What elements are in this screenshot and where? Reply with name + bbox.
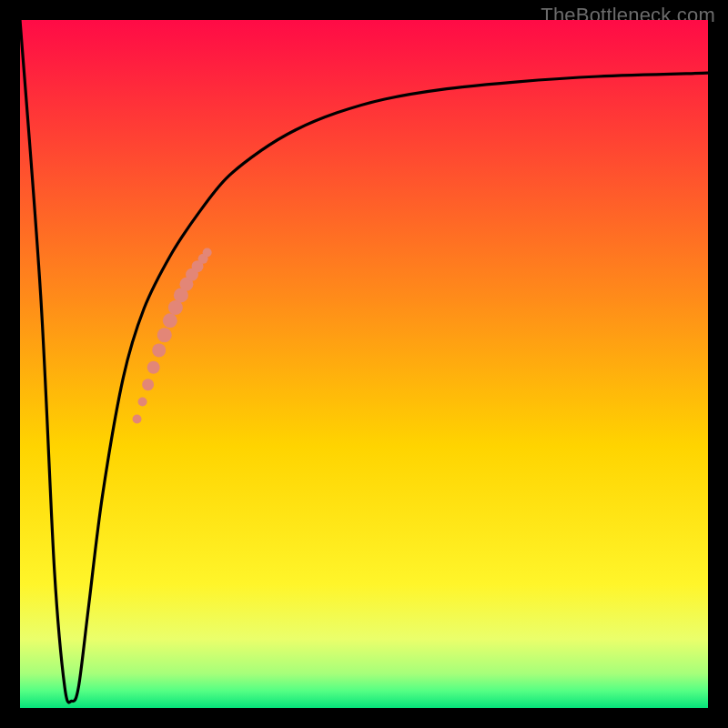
marker-point: [168, 300, 183, 315]
marker-point: [163, 313, 177, 328]
marker-point: [147, 361, 160, 374]
chart-frame: TheBottleneck.com: [0, 0, 728, 728]
marker-point: [152, 343, 166, 357]
marker-point: [138, 398, 147, 407]
gradient-background: [20, 20, 708, 708]
marker-point: [133, 414, 142, 423]
marker-point: [203, 248, 212, 258]
marker-point: [142, 379, 154, 390]
plot-area: [20, 20, 708, 708]
bottleneck-chart: [20, 20, 708, 708]
marker-point: [157, 328, 172, 342]
